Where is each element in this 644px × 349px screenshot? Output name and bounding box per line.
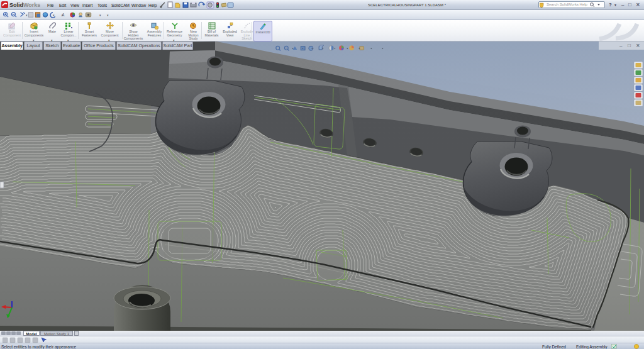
svg-text:–: – (619, 43, 623, 48)
svg-text:□: □ (628, 43, 631, 48)
svg-text:✕: ✕ (636, 43, 640, 48)
svg-text:SolidWorks: SolidWorks (9, 2, 40, 8)
